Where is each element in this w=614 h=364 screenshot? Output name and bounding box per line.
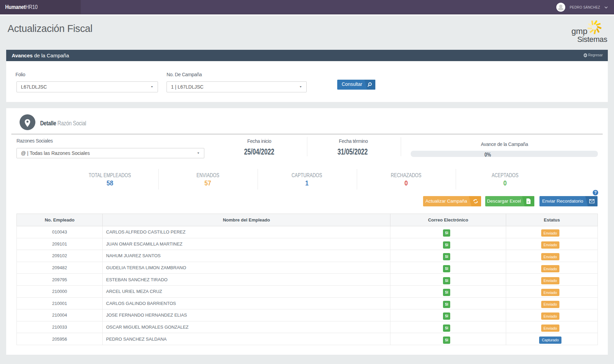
svg-text:x: x (527, 200, 529, 203)
